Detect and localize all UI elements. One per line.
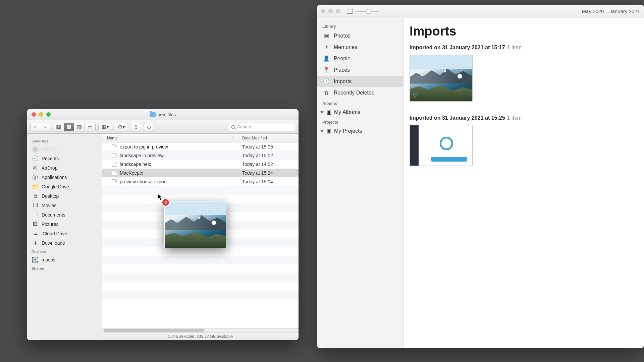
photos-main[interactable]: Imports Imported on 31 January 2021 at 1… (404, 18, 644, 348)
sidebar-item-label: Pictures (42, 222, 59, 227)
file-date: Today at 15:24 (238, 170, 299, 176)
sidebar-item-google-drive[interactable]: 📁Google Drive (27, 182, 102, 191)
table-row[interactable] (102, 264, 299, 273)
search-icon (231, 125, 235, 129)
sidebar-item-photos[interactable]: ▣Photos (317, 30, 403, 42)
sidebar-item-macos[interactable]: 💽macos (27, 255, 102, 264)
sidebar-header: Favorites (27, 137, 102, 144)
sidebar-item-label: AirDrop (42, 165, 57, 171)
sidebar-item-places[interactable]: 📍Places (317, 64, 403, 76)
table-row[interactable]: export to jpg in previewToday at 15:06 (102, 142, 299, 151)
sidebar-item-———[interactable]: ◉——— (27, 144, 102, 154)
sidebar-item-label: Places (334, 67, 350, 73)
thumb-large-icon[interactable] (382, 9, 389, 14)
table-row[interactable] (102, 299, 299, 308)
sidebar-item-desktop[interactable]: 🖥Desktop (27, 191, 102, 201)
list-view-button[interactable]: ≣ (64, 123, 74, 131)
recents-icon: 🕘 (32, 156, 38, 162)
column-date[interactable]: Date Modified (238, 136, 299, 140)
sidebar-item-airdrop[interactable]: ◎AirDrop (27, 163, 102, 173)
file-icon (112, 153, 117, 158)
photos-sidebar[interactable]: Library ▣Photos✦Memories👤People📍Places🕒I… (317, 18, 404, 348)
my-projects-label: My Projects (334, 128, 362, 134)
sidebar-item-label: Documents (42, 212, 65, 218)
grid-icon: ▦ (56, 124, 61, 130)
table-row[interactable]: landscape.heicToday at 14:52 (102, 160, 299, 169)
arrange-button[interactable]: ▦▾ (98, 123, 112, 131)
close-button[interactable] (321, 9, 325, 13)
column-name[interactable]: Name ⌃ (102, 136, 238, 140)
sidebar-item-label: Google Drive (42, 184, 69, 189)
slider-knob[interactable] (366, 9, 371, 14)
my-albums-item[interactable]: ▣ My Albums (317, 107, 403, 117)
action-button[interactable]: ⚙︎▾ (115, 123, 128, 131)
sidebar-item-people[interactable]: 👤People (317, 53, 403, 64)
sidebar-item-applications[interactable]: ⒶApplications (27, 173, 102, 182)
sidebar-item-documents[interactable]: 📄Documents (27, 210, 102, 220)
gallery-view-button[interactable]: ▭ (85, 123, 96, 131)
scrollbar-thumb[interactable] (104, 329, 204, 332)
photo-thumbnail[interactable] (410, 125, 473, 166)
icon-view-button[interactable]: ▦ (53, 123, 64, 131)
table-row[interactable] (102, 186, 299, 195)
projects-icon: ▣ (326, 128, 331, 134)
column-view-button[interactable]: ▥ (74, 123, 85, 131)
window-controls (27, 112, 51, 117)
file-icon (112, 171, 117, 175)
file-name: export to jpg in preview (120, 144, 168, 149)
sidebar-item-memories[interactable]: ✦Memories (317, 42, 403, 53)
sidebar-item-pictures[interactable]: 🖼Pictures (27, 220, 102, 229)
file-name: preview choose export (120, 179, 167, 184)
table-row[interactable] (102, 273, 299, 282)
minimize-button[interactable] (39, 112, 43, 117)
finder-sidebar[interactable]: Favorites◉———🕘Recents◎AirDropⒶApplicatio… (27, 134, 102, 340)
table-row[interactable] (102, 291, 299, 299)
albums-header: Albums (317, 99, 403, 107)
back-button[interactable]: ‹ (30, 123, 40, 131)
table-row[interactable] (102, 256, 299, 264)
sidebar-item-label: ——— (42, 146, 56, 152)
status-text: 1 of 5 selected, 135.22 GB available (168, 334, 233, 339)
projects-header: Projects (317, 117, 403, 126)
arrange-icon: ▦▾ (101, 124, 109, 130)
sidebar-item-recents[interactable]: 🕘Recents (27, 154, 102, 163)
view-buttons: ▦ ≣ ▥ ▭ (53, 123, 96, 131)
table-row[interactable]: landscape in previewToday at 15:02 (102, 151, 299, 160)
zoom-slider[interactable] (356, 11, 379, 12)
my-projects-item[interactable]: ▣ My Projects (317, 126, 403, 136)
horizontal-scrollbar[interactable] (102, 328, 299, 332)
folder-icon (150, 112, 156, 117)
zoom-button[interactable] (336, 9, 340, 13)
forward-button[interactable]: › (40, 123, 50, 131)
search-input[interactable]: Search (228, 123, 295, 131)
close-button[interactable] (32, 112, 36, 117)
thumb-small-icon[interactable] (347, 9, 353, 14)
table-row[interactable] (102, 282, 299, 291)
pictures-icon: 🖼 (32, 221, 38, 227)
table-row[interactable]: preview choose exportToday at 15:04 (102, 177, 299, 186)
sidebar-item-downloads[interactable]: ⬇︎Downloads (27, 238, 102, 248)
file-date: Today at 15:02 (238, 153, 299, 158)
zoom-button[interactable] (46, 112, 51, 117)
favorite-icon[interactable]: ♡ (413, 92, 418, 99)
tags-button[interactable]: ◇ (144, 123, 154, 131)
file-icon (112, 144, 117, 149)
minimize-button[interactable] (328, 9, 333, 13)
sidebar-item-icloud-drive[interactable]: ☁︎iCloud Drive (27, 229, 102, 238)
import-count: 1 item (507, 115, 522, 121)
sidebar-item-imports[interactable]: 🕒Imports (317, 76, 403, 87)
person-icon: ◉ (32, 146, 38, 152)
sidebar-header: Devices (27, 248, 102, 255)
window-title: heic files (27, 112, 299, 117)
table-row[interactable]: MacKeeperToday at 15:24 (102, 169, 299, 177)
sidebar-item-recently-deleted[interactable]: 🗑Recently Deleted (317, 87, 403, 99)
date-range: May 2020 – January 2021 (582, 8, 640, 14)
share-button[interactable]: ⇪ (131, 123, 141, 131)
sidebar-item-label: Photos (334, 33, 351, 39)
sidebar-item-movies[interactable]: 🎞Movies (27, 201, 102, 210)
sidebar-item-label: People (334, 56, 351, 62)
finder-titlebar[interactable]: heic files (27, 109, 299, 120)
table-row[interactable] (102, 247, 299, 256)
list-icon: ≣ (67, 124, 71, 130)
photo-thumbnail[interactable]: ♡ (410, 55, 473, 102)
